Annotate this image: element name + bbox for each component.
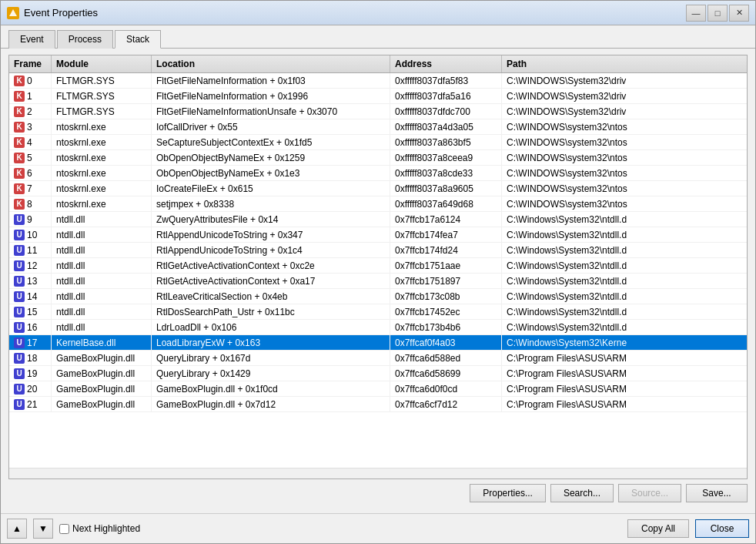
scroll-down-button[interactable]: ▼ — [33, 519, 53, 539]
table-row[interactable]: K4ntoskrnl.exeSeCaptureSubjectContextEx … — [9, 135, 747, 150]
tabs-bar: Event Process Stack — [1, 25, 755, 49]
location-cell: IoCreateFileEx + 0x615 — [152, 181, 390, 196]
frame-badge-k: K — [14, 122, 25, 133]
frame-number: 13 — [27, 276, 37, 287]
module-cell: ntoskrnl.exe — [52, 181, 152, 196]
location-cell: setjmpex + 0x8338 — [152, 196, 390, 211]
path-cell: C:\WINDOWS\system32\ntos — [502, 196, 747, 211]
frame-cell: K8 — [9, 196, 52, 211]
frame-cell: U9 — [9, 212, 52, 227]
frame-number: 17 — [27, 337, 37, 348]
table-row[interactable]: U18GameBoxPlugin.dllQueryLibrary + 0x167… — [9, 351, 747, 366]
frame-badge-u: U — [14, 260, 25, 271]
table-row[interactable]: U19GameBoxPlugin.dllQueryLibrary + 0x142… — [9, 366, 747, 381]
module-cell: ntoskrnl.exe — [52, 135, 152, 149]
location-cell: RtlAppendUnicodeToString + 0x1c4 — [152, 243, 390, 257]
table-row[interactable]: U12ntdll.dllRtlGetActiveActivationContex… — [9, 258, 747, 274]
location-cell: ZwQueryAttributesFile + 0x14 — [152, 212, 390, 227]
frame-cell: K3 — [9, 119, 52, 134]
next-highlighted-checkbox[interactable] — [59, 524, 69, 534]
location-cell: FltGetFileNameInformation + 0x1996 — [152, 89, 390, 103]
col-location: Location — [152, 55, 390, 72]
table-row[interactable]: K0FLTMGR.SYSFltGetFileNameInformation + … — [9, 73, 747, 89]
location-cell: GameBoxPlugin.dll + 0x1f0cd — [152, 381, 390, 396]
scroll-up-button[interactable]: ▲ — [7, 519, 27, 539]
location-cell: RtlAppendUnicodeToString + 0x347 — [152, 227, 390, 242]
frame-cell: U10 — [9, 227, 52, 242]
table-row[interactable]: K3ntoskrnl.exeIofCallDriver + 0x550xffff… — [9, 119, 747, 135]
tab-process[interactable]: Process — [57, 30, 113, 49]
address-cell: 0xfffff8037a863bf5 — [390, 135, 502, 149]
location-cell: QueryLibrary + 0x167d — [152, 351, 390, 365]
location-cell: FltGetFileNameInformationUnsafe + 0x3070 — [152, 104, 390, 119]
path-cell: C:\Program Files\ASUS\ARM — [502, 397, 747, 411]
frame-cell: K1 — [9, 89, 52, 103]
frame-number: 4 — [27, 137, 32, 148]
address-cell: 0xfffff8037a8ceea9 — [390, 150, 502, 165]
table-row[interactable]: K6ntoskrnl.exeObOpenObjectByNameEx + 0x1… — [9, 166, 747, 181]
close-window-button[interactable]: ✕ — [729, 5, 749, 22]
table-row[interactable]: U20GameBoxPlugin.dllGameBoxPlugin.dll + … — [9, 381, 747, 397]
frame-badge-u: U — [14, 399, 25, 410]
frame-badge-k: K — [14, 106, 25, 117]
table-body[interactable]: K0FLTMGR.SYSFltGetFileNameInformation + … — [9, 73, 747, 468]
stack-table: Frame Module Location Address Path K0FLT… — [8, 55, 748, 479]
frame-number: 7 — [27, 183, 32, 194]
tab-event[interactable]: Event — [8, 30, 55, 49]
action-buttons: Properties... Search... Source... Save..… — [8, 479, 748, 507]
path-cell: C:\WINDOWS\system32\ntos — [502, 150, 747, 165]
module-cell: ntdll.dll — [52, 243, 152, 257]
path-cell: C:\WINDOWS\System32\driv — [502, 89, 747, 103]
table-row[interactable]: U17KernelBase.dllLoadLibraryExW + 0x1630… — [9, 335, 747, 351]
close-button[interactable]: Close — [695, 519, 749, 538]
frame-badge-u: U — [14, 384, 25, 395]
address-cell: 0x7ffcb1751aae — [390, 258, 502, 273]
module-cell: ntdll.dll — [52, 274, 152, 288]
table-row[interactable]: K1FLTMGR.SYSFltGetFileNameInformation + … — [9, 89, 747, 104]
frame-badge-u: U — [14, 337, 25, 348]
address-cell: 0x7ffcb174fd24 — [390, 243, 502, 257]
table-row[interactable]: K2FLTMGR.SYSFltGetFileNameInformationUns… — [9, 104, 747, 119]
table-row[interactable]: U9ntdll.dllZwQueryAttributesFile + 0x140… — [9, 212, 747, 227]
table-row[interactable]: U16ntdll.dllLdrLoadDll + 0x1060x7ffcb173… — [9, 320, 747, 335]
address-cell: 0x7ffcb173c08b — [390, 289, 502, 304]
maximize-button[interactable]: □ — [707, 5, 728, 22]
properties-button[interactable]: Properties... — [470, 484, 546, 502]
module-cell: GameBoxPlugin.dll — [52, 351, 152, 365]
table-row[interactable]: U13ntdll.dllRtlGetActiveActivationContex… — [9, 274, 747, 289]
copy-all-button[interactable]: Copy All — [627, 519, 689, 538]
save-button[interactable]: Save... — [686, 484, 748, 502]
table-row[interactable]: K7ntoskrnl.exeIoCreateFileEx + 0x6150xff… — [9, 181, 747, 196]
source-button[interactable]: Source... — [618, 484, 681, 502]
table-row[interactable]: U14ntdll.dllRtlLeaveCriticalSection + 0x… — [9, 289, 747, 304]
path-cell: C:\Windows\System32\ntdll.d — [502, 227, 747, 242]
address-cell: 0xfffff8037a649d68 — [390, 196, 502, 211]
frame-badge-u: U — [14, 276, 25, 287]
minimize-button[interactable]: — — [686, 5, 706, 22]
next-highlighted-label[interactable]: Next Highlighted — [59, 523, 140, 534]
module-cell: GameBoxPlugin.dll — [52, 381, 152, 396]
frame-number: 11 — [27, 245, 37, 256]
location-cell: RtlDosSearchPath_Ustr + 0x11bc — [152, 304, 390, 319]
table-row[interactable]: U11ntdll.dllRtlAppendUnicodeToString + 0… — [9, 243, 747, 258]
table-header: Frame Module Location Address Path — [9, 55, 747, 73]
tab-stack[interactable]: Stack — [115, 30, 161, 49]
window-title: Event Properties — [24, 7, 686, 18]
frame-cell: U14 — [9, 289, 52, 304]
col-frame: Frame — [9, 55, 52, 72]
table-row[interactable]: U15ntdll.dllRtlDosSearchPath_Ustr + 0x11… — [9, 304, 747, 320]
table-row[interactable]: K8ntoskrnl.exesetjmpex + 0x83380xfffff80… — [9, 196, 747, 212]
address-cell: 0x7ffca6d588ed — [390, 351, 502, 365]
search-button[interactable]: Search... — [550, 484, 614, 502]
col-address: Address — [390, 55, 502, 72]
table-row[interactable]: U21GameBoxPlugin.dllGameBoxPlugin.dll + … — [9, 397, 747, 412]
table-row[interactable]: U10ntdll.dllRtlAppendUnicodeToString + 0… — [9, 227, 747, 243]
location-cell: SeCaptureSubjectContextEx + 0x1fd5 — [152, 135, 390, 149]
table-row[interactable]: K5ntoskrnl.exeObOpenObjectByNameEx + 0x1… — [9, 150, 747, 166]
frame-number: 20 — [27, 384, 37, 395]
horizontal-scrollbar[interactable] — [9, 468, 747, 479]
path-cell: C:\Windows\System32\Kerne — [502, 335, 747, 350]
path-cell: C:\WINDOWS\system32\ntos — [502, 135, 747, 149]
path-cell: C:\Windows\System32\ntdll.d — [502, 212, 747, 227]
app-icon — [7, 7, 19, 19]
